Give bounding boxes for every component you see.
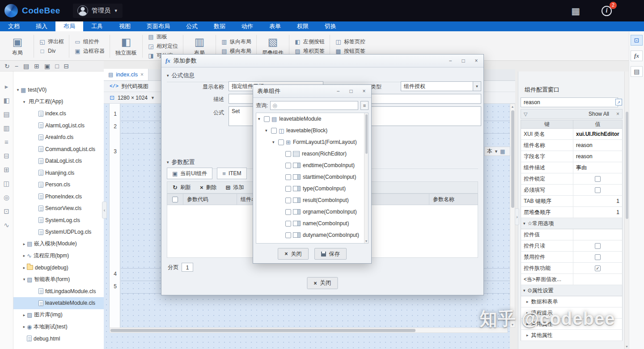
- scrollbar-thumb[interactable]: [365, 114, 368, 154]
- property-row[interactable]: 控件值: [521, 229, 623, 240]
- property-row[interactable]: 字段名字reason: [521, 151, 623, 162]
- checkbox-unchecked[interactable]: [278, 139, 284, 145]
- search-input[interactable]: ◎: [270, 101, 358, 110]
- add-icon[interactable]: ⊞: [34, 63, 39, 70]
- property-value[interactable]: [573, 173, 622, 185]
- component-tree-item[interactable]: ▾◫leavetable(Block): [256, 125, 368, 136]
- component-tree-item[interactable]: reason(RichEditor): [256, 148, 368, 160]
- menu-tab-10[interactable]: 权限: [289, 21, 317, 31]
- checkbox-unchecked[interactable]: [264, 116, 270, 122]
- ribbon-button[interactable]: ▣边框容器: [72, 47, 106, 55]
- form-designer-icon[interactable]: ◧: [3, 97, 9, 104]
- tree-item[interactable]: SystemUDPLog.cls: [13, 226, 104, 238]
- tree-item[interactable]: SystemLog.cls: [13, 214, 104, 227]
- property-row[interactable]: 层堆叠顺序1: [521, 207, 623, 218]
- checkbox-unchecked[interactable]: [285, 186, 291, 192]
- property-search-input[interactable]: [521, 97, 618, 107]
- collapse-left-panel-handle[interactable]: ‹: [102, 202, 107, 219]
- user-menu[interactable]: 管理员 ▼: [73, 4, 123, 18]
- property-value[interactable]: [573, 185, 622, 196]
- panel-scrollbar[interactable]: ▼: [624, 71, 629, 349]
- component-tree-item[interactable]: ▾▤leavetableModule: [256, 113, 368, 125]
- insert-widget-icon[interactable]: ⊞: [4, 166, 9, 173]
- sort-icon[interactable]: ≡: [360, 101, 369, 110]
- tree-item[interactable]: SensorView.cls: [13, 202, 104, 214]
- chevron-right-icon[interactable]: ▸: [21, 313, 27, 317]
- tree-item[interactable]: leavetableModule.cls: [13, 297, 104, 309]
- component-tree-item[interactable]: name(ComboInput): [256, 218, 368, 229]
- save-button[interactable]: 保存: [314, 248, 347, 260]
- close-icon[interactable]: ×: [616, 111, 619, 117]
- ribbon-button[interactable]: ▥布局: [186, 36, 212, 57]
- menu-tab-2[interactable]: 布局: [55, 21, 83, 31]
- tree-item[interactable]: DataLogList.cls: [13, 155, 104, 167]
- tree-item[interactable]: CommandLogList.cls: [13, 143, 104, 156]
- property-value[interactable]: xui.UI.RichEditor: [573, 129, 622, 140]
- property-value[interactable]: [573, 229, 622, 240]
- tree-item[interactable]: ▸debug(debug): [13, 262, 104, 274]
- tree-item[interactable]: fdtLingdaoModule.cls: [13, 286, 104, 298]
- close-icon[interactable]: ×: [473, 58, 479, 64]
- close-icon[interactable]: ×: [361, 88, 367, 94]
- add-button[interactable]: ⊞ 添加: [226, 184, 244, 191]
- menu-tab-11[interactable]: 切换: [317, 21, 344, 31]
- ribbon-button[interactable]: ◧独立面板: [113, 36, 139, 57]
- type-dropdown[interactable]: 组件授权 ▼: [401, 81, 481, 91]
- text-format-dropdown[interactable]: 本: [487, 147, 492, 155]
- delete-button[interactable]: × 删除: [200, 184, 217, 191]
- property-value[interactable]: 事由: [573, 162, 622, 173]
- chevron-right-icon[interactable]: ▸: [21, 253, 27, 258]
- property-section-header[interactable]: ▾⊙属性设置: [521, 285, 623, 296]
- checkbox-unchecked[interactable]: [285, 174, 291, 180]
- run-icon[interactable]: ▸: [5, 83, 8, 90]
- tree-item[interactable]: ▸◉本地测试(test): [13, 321, 104, 333]
- minimize-icon[interactable]: −: [447, 58, 453, 64]
- ribbon-button[interactable]: ◫标签页控: [333, 38, 367, 46]
- item-button[interactable]: ≡ ITEM: [217, 168, 246, 179]
- component-tree-item[interactable]: dutyname(ComboInput): [256, 229, 368, 241]
- scrollbar-thumb[interactable]: [626, 112, 628, 219]
- ribbon-button[interactable]: ▣布局: [4, 36, 30, 57]
- chevron-right-icon[interactable]: ▸: [21, 242, 27, 246]
- collapse-all-icon[interactable]: −: [15, 63, 18, 70]
- menu-tab-0[interactable]: 文档: [0, 21, 28, 31]
- chevron-down-icon[interactable]: ▼: [473, 82, 481, 91]
- split-icon[interactable]: ⊟: [4, 152, 9, 160]
- checkbox-unchecked[interactable]: [595, 254, 601, 260]
- new-file-icon[interactable]: □: [55, 63, 59, 70]
- tree-item[interactable]: ▾用户工程(App): [13, 96, 104, 108]
- chevron-down-icon[interactable]: ▾: [21, 277, 27, 282]
- grid-icon[interactable]: ▦: [500, 148, 505, 155]
- property-row[interactable]: 组件名称reason: [521, 140, 623, 151]
- refresh-icon[interactable]: ↻: [4, 63, 10, 70]
- list-view-icon[interactable]: ≡: [4, 139, 8, 146]
- qr-icon[interactable]: ▦: [571, 6, 580, 16]
- property-value[interactable]: [573, 240, 622, 252]
- dialog-title-bar[interactable]: fx 添加参数 − □ ×: [161, 55, 483, 67]
- preview-icon[interactable]: ⊡: [631, 35, 643, 46]
- chevron-down-icon[interactable]: ▾: [21, 100, 27, 104]
- property-value[interactable]: ✓: [573, 263, 622, 274]
- ribbon-button[interactable]: ▤面板: [146, 33, 180, 41]
- chevron-down-icon[interactable]: ▾: [15, 88, 21, 92]
- columns-icon[interactable]: ◫: [3, 180, 9, 187]
- maximize-icon[interactable]: □: [348, 88, 354, 94]
- property-row[interactable]: 控件锁定: [521, 173, 623, 185]
- curve-icon[interactable]: ∿: [4, 222, 9, 229]
- close-icon[interactable]: ×: [140, 71, 144, 78]
- maximize-icon[interactable]: □: [460, 58, 466, 64]
- property-value[interactable]: reason: [573, 140, 622, 151]
- checkbox-unchecked[interactable]: [285, 209, 291, 215]
- scroll-down-icon[interactable]: ▼: [625, 345, 629, 348]
- tree-item[interactable]: Person.cls: [13, 179, 104, 191]
- checkbox-unchecked[interactable]: [595, 187, 601, 193]
- notifications[interactable]: i 2: [602, 6, 612, 16]
- menu-tab-4[interactable]: 视图: [111, 21, 139, 31]
- component-tree-item[interactable]: starttime(ComboInput): [256, 171, 368, 183]
- ribbon-button[interactable]: □Div: [37, 47, 66, 55]
- new-folder-icon[interactable]: ▣: [44, 63, 50, 70]
- property-section-header[interactable]: ▾☆常用选项: [521, 218, 623, 229]
- checkbox-unchecked[interactable]: [285, 232, 291, 238]
- code-view-button[interactable]: 到代码视图: [122, 83, 148, 90]
- tree-item[interactable]: AlarmLogList.cls: [13, 120, 104, 132]
